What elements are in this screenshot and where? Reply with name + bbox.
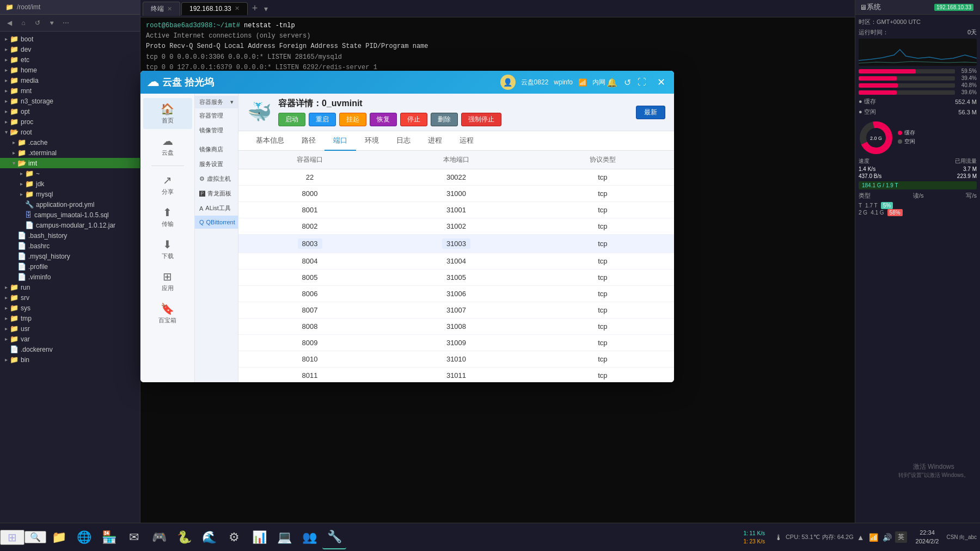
sidebar-item-传输[interactable]: ⬆ 传输 — [143, 201, 192, 232]
terminal-tab-2[interactable]: 192.168.10.33 ✕ — [181, 2, 248, 15]
port-table-row[interactable]: 800331003tcp — [238, 235, 674, 253]
taskbar-icon-pycharm[interactable]: 🐍 — [172, 525, 196, 549]
lnp-sub-item-虚拟主机[interactable]: ⚙虚拟主机 — [195, 172, 238, 186]
fp-more-btn[interactable]: ⋯ — [60, 17, 72, 29]
tree-item-xterminal[interactable]: ▸📁.xterminal — [0, 148, 140, 158]
taskbar-icon-vscode[interactable]: ⚙ — [222, 525, 246, 549]
port-table-wrapper[interactable]: 容器端口本地端口协议类型 2230022tcp800031000tcp80013… — [238, 151, 674, 382]
tree-item-tmp[interactable]: ▸📁tmp — [0, 313, 140, 323]
tree-item-var[interactable]: ▸📁var — [0, 334, 140, 344]
tree-item-dockerenv[interactable]: 📄.dockerenv — [0, 344, 140, 354]
port-table-row[interactable]: 800231002tcp — [238, 218, 674, 235]
tab-进程[interactable]: 进程 — [419, 131, 451, 151]
tree-item-imt[interactable]: ▾📂imt — [0, 158, 140, 168]
tree-item-viminfo[interactable]: 📄.viminfo — [0, 272, 140, 282]
tree-item-campus_imaotai-105sql[interactable]: 🗄campus_imaotai-1.0.5.sql — [0, 210, 140, 220]
lnp-container-mgmt[interactable]: 容器管理 — [195, 108, 238, 123]
modal-fullscreen-btn[interactable]: ⛶ — [636, 76, 647, 88]
tab-路径[interactable]: 路径 — [293, 131, 324, 151]
port-table-row[interactable]: 800031000tcp — [238, 186, 674, 202]
tree-item-root[interactable]: ▾📂root — [0, 127, 140, 137]
language-indicator[interactable]: 英 — [895, 531, 907, 543]
modal-close-btn[interactable]: ✕ — [655, 77, 667, 87]
modal-reload-btn[interactable]: ↺ — [623, 76, 632, 89]
refresh-btn[interactable]: 最新 — [636, 106, 665, 119]
taskbar-icon-explorer[interactable]: 📁 — [47, 525, 71, 549]
tree-item-campus-modular_1012jar[interactable]: 📄campus-modular_1.0.12.jar — [0, 220, 140, 230]
tree-item-bashrc[interactable]: 📄.bashrc — [0, 241, 140, 251]
tree-item-bin[interactable]: ▸📁bin — [0, 354, 140, 365]
lnp-sub-item-AList工具[interactable]: AAList工具 — [195, 201, 238, 216]
port-table-row[interactable]: 800431004tcp — [238, 253, 674, 270]
tree-item-etc[interactable]: ▸📁etc — [0, 54, 140, 65]
taskbar-icon-teams[interactable]: 👥 — [297, 525, 321, 549]
port-table-row[interactable]: 800931009tcp — [238, 335, 674, 351]
start-button[interactable]: ⊞ — [0, 530, 24, 545]
tree-item-usr[interactable]: ▸📁usr — [0, 323, 140, 334]
tree-item-profile[interactable]: 📄.profile — [0, 261, 140, 272]
action-btn-强制停止[interactable]: 强制停止 — [461, 113, 501, 126]
tree-item-boot[interactable]: ▸📁boot — [0, 34, 140, 44]
tree-item-application-prodyml[interactable]: 🔧application-prod.yml — [0, 199, 140, 210]
terminal-tab-1[interactable]: 终端 ✕ — [143, 2, 180, 16]
tab-基本信息[interactable]: 基本信息 — [247, 131, 293, 151]
port-table-row[interactable]: 801031010tcp — [238, 351, 674, 368]
action-btn-删除[interactable]: 删除 — [431, 113, 458, 126]
term-tab-2-close[interactable]: ✕ — [235, 5, 240, 12]
tab-端口[interactable]: 端口 — [324, 131, 356, 151]
taskbar-icon-terminal2[interactable]: 💻 — [272, 525, 296, 549]
taskbar-icon-store[interactable]: 🏪 — [97, 525, 121, 549]
tree-item-jdk[interactable]: ▸📁jdk — [0, 179, 140, 189]
taskbar-icon-mail[interactable]: ✉ — [122, 525, 146, 549]
sidebar-item-分享[interactable]: ↗ 分享 — [143, 169, 192, 200]
tree-item-media[interactable]: ▸📁media — [0, 75, 140, 85]
taskbar-icon-excel[interactable]: 📊 — [247, 525, 271, 549]
sidebar-item-应用[interactable]: ⊞ 应用 — [143, 266, 192, 297]
port-table-row[interactable]: 800631006tcp — [238, 286, 674, 302]
terminal-add-tab[interactable]: + — [249, 3, 261, 14]
tree-item-dev[interactable]: ▸📁dev — [0, 44, 140, 54]
tree-item-home[interactable]: ▸📁home — [0, 65, 140, 75]
modal-notification-btn[interactable]: 🔔 — [605, 76, 618, 89]
sidebar-item-首页[interactable]: 🏠 首页 — [143, 98, 192, 129]
tree-item-proc[interactable]: ▸📁proc — [0, 117, 140, 127]
action-btn-启动[interactable]: 启动 — [278, 113, 305, 126]
tab-运程[interactable]: 运程 — [451, 131, 482, 151]
action-btn-重启[interactable]: 重启 — [309, 113, 336, 126]
lnp-sub-item-QBittorrent[interactable]: QQBittorrent — [195, 216, 238, 229]
taskbar-icon-active[interactable]: 🔧 — [322, 525, 346, 549]
port-table-row[interactable]: 800731007tcp — [238, 302, 674, 319]
port-table-row[interactable]: 800131001tcp — [238, 202, 674, 218]
tree-item-cache[interactable]: ▸📁.cache — [0, 137, 140, 148]
port-table-row[interactable]: 800831008tcp — [238, 319, 674, 335]
tab-环境[interactable]: 环境 — [356, 131, 388, 151]
taskbar-icon-browser1[interactable]: 🌐 — [72, 525, 96, 549]
fp-bookmark-btn[interactable]: ♥ — [46, 17, 58, 29]
tree-item-mnt[interactable]: ▸📁mnt — [0, 85, 140, 96]
tree-item-mysql_history[interactable]: 📄.mysql_history — [0, 251, 140, 261]
search-button[interactable]: 🔍 — [24, 531, 46, 543]
lnp-container-services-header[interactable]: 容器服务 ▾ — [195, 96, 238, 108]
sidebar-item-云盘[interactable]: ☁ 云盘 — [143, 130, 192, 161]
lnp-sub-item-服务设置[interactable]: 服务设置 — [195, 157, 238, 172]
port-table-row[interactable]: 800531005tcp — [238, 270, 674, 286]
action-btn-恢复[interactable]: 恢复 — [370, 113, 397, 126]
fp-home-btn[interactable]: ⌂ — [17, 17, 29, 29]
fp-back-btn[interactable]: ◀ — [3, 17, 15, 29]
terminal-dropdown[interactable]: ▾ — [261, 4, 271, 13]
tree-item-~[interactable]: ▸📁~ — [0, 168, 140, 179]
taskbar-clock[interactable]: 22:34 2024/2/2 — [911, 529, 944, 546]
term-tab-1-close[interactable]: ✕ — [167, 5, 172, 13]
tree-item-opt[interactable]: ▸📁opt — [0, 106, 140, 117]
lnp-image-mgmt[interactable]: 镜像管理 — [195, 123, 238, 138]
tree-item-n3_storage[interactable]: ▸📁n3_storage — [0, 96, 140, 106]
tray-arrow-icon[interactable]: ▲ — [856, 533, 866, 542]
tree-item-run[interactable]: ▸📁run — [0, 282, 140, 292]
lnp-sub-item-青龙面板[interactable]: 🅿青龙面板 — [195, 186, 238, 201]
port-table-row[interactable]: 2230022tcp — [238, 169, 674, 186]
action-btn-挂起[interactable]: 挂起 — [339, 113, 366, 126]
tree-item-bash_history[interactable]: 📄.bash_history — [0, 230, 140, 241]
sidebar-item-百宝箱[interactable]: 🔖 百宝箱 — [143, 298, 192, 329]
fp-refresh-btn[interactable]: ↺ — [32, 17, 44, 29]
tree-item-srv[interactable]: ▸📁srv — [0, 292, 140, 303]
